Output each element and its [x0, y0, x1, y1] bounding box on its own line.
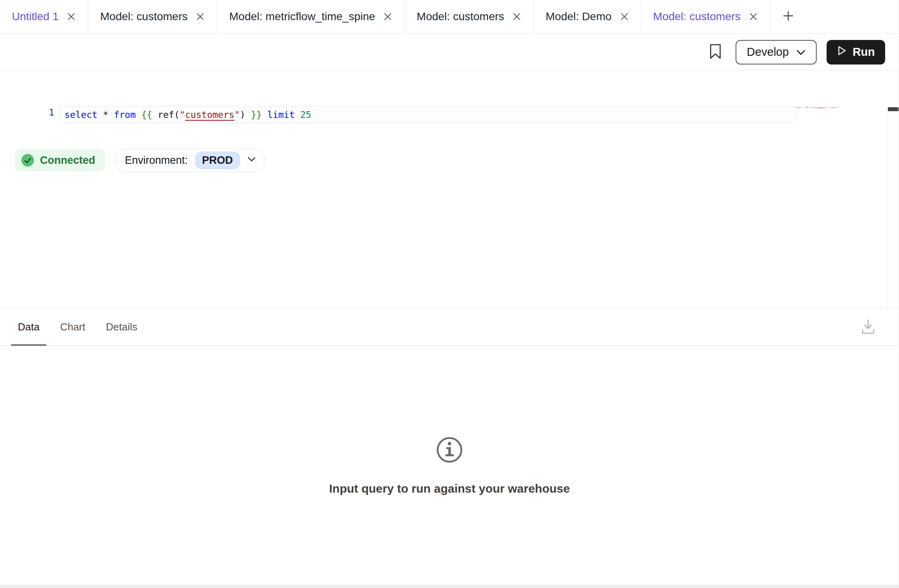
code-token: 25: [836, 106, 838, 108]
code-token: ": [180, 110, 185, 120]
panel-tab-details[interactable]: Details: [99, 308, 144, 345]
panel-tab-data[interactable]: Data: [11, 308, 46, 345]
info-icon: [436, 436, 463, 465]
download-button[interactable]: [860, 318, 876, 338]
tab-model-customers[interactable]: Model: customers: [88, 0, 217, 33]
code-token: [152, 110, 158, 120]
tab-model-customers[interactable]: Model: customers: [405, 0, 534, 33]
plus-icon: [782, 10, 794, 23]
bottom-edge: [0, 585, 899, 588]
close-icon[interactable]: [512, 12, 522, 21]
develop-button-label: Develop: [747, 46, 789, 59]
tab-label: Untitled 1: [12, 10, 59, 23]
tab-label: Model: metricflow_time_spine: [229, 10, 375, 23]
run-button[interactable]: Run: [827, 40, 885, 64]
check-icon: [21, 154, 34, 167]
code-token: ref: [157, 110, 174, 120]
run-button-label: Run: [853, 46, 875, 59]
minimap-code: select * from {{ ref("customers") }} lim…: [796, 106, 804, 108]
code-token: ref: [812, 106, 815, 108]
tab-bar: Untitled 1Model: customersModel: metricf…: [0, 0, 899, 34]
line-number: 1: [24, 107, 54, 118]
code-token: *: [103, 110, 108, 120]
results-empty-state: Input query to run against your warehous…: [0, 346, 899, 585]
close-icon[interactable]: [620, 12, 629, 21]
code-line[interactable]: select * from {{ ref("customers") }} lim…: [64, 107, 311, 122]
code-token: customers: [817, 106, 825, 108]
code-token: (: [174, 110, 180, 120]
environment-value-badge: PROD: [195, 152, 240, 169]
code-token: 25: [300, 110, 311, 120]
sql-editor[interactable]: Connected Environment: PROD 1 select * f…: [0, 71, 899, 308]
environment-selector[interactable]: Environment: PROD: [115, 148, 265, 172]
code-token: [97, 110, 103, 120]
play-icon: [837, 45, 847, 59]
page-scrollbar-track: [898, 0, 898, 585]
code-token: customers: [185, 110, 235, 120]
close-icon[interactable]: [195, 12, 205, 21]
tab-untitled-1[interactable]: Untitled 1: [0, 0, 88, 33]
close-icon[interactable]: [66, 12, 76, 21]
bookmark-icon: [709, 44, 721, 61]
code-token: select: [796, 106, 802, 108]
scrollbar-thumb[interactable]: [888, 107, 899, 111]
code-token: }}: [251, 110, 262, 120]
close-icon[interactable]: [749, 12, 758, 21]
open-tabs: Untitled 1Model: customersModel: metricf…: [0, 0, 770, 33]
environment-label: Environment:: [125, 154, 188, 167]
develop-button[interactable]: Develop: [736, 40, 816, 64]
chevron-down-icon: [247, 157, 256, 164]
connection-status-label: Connected: [40, 154, 95, 167]
new-tab-button[interactable]: [770, 0, 806, 33]
chevron-down-icon: [796, 46, 806, 59]
code-token: limit: [267, 110, 295, 120]
code-token: ): [240, 110, 245, 120]
code-token: from: [804, 106, 808, 108]
bookmark-button[interactable]: [709, 44, 721, 61]
code-token: select: [64, 110, 97, 120]
status-row: Connected Environment: PROD: [15, 148, 265, 172]
code-token: ": [234, 110, 240, 120]
code-token: from: [114, 110, 136, 120]
tab-model-customers[interactable]: Model: customers: [641, 0, 770, 33]
tab-label: Model: Demo: [546, 10, 612, 23]
editor-minimap[interactable]: select * from {{ ref("customers") }} lim…: [796, 106, 840, 114]
tab-model-demo[interactable]: Model: Demo: [534, 0, 641, 33]
empty-state-message: Input query to run against your warehous…: [329, 482, 570, 495]
panel-tab-chart[interactable]: Chart: [53, 308, 92, 345]
code-token: [245, 110, 251, 120]
editor-scrollbar[interactable]: [888, 107, 899, 308]
results-tab-list: DataChartDetails: [11, 308, 151, 345]
code-token: [295, 110, 300, 120]
connection-status-badge: Connected: [15, 149, 105, 171]
code-token: {{: [141, 110, 152, 120]
code-token: [262, 110, 267, 120]
tab-model-metricflow-time-spine[interactable]: Model: metricflow_time_spine: [217, 0, 405, 33]
close-icon[interactable]: [383, 12, 393, 21]
tab-label: Model: customers: [653, 10, 741, 23]
code-token: [108, 110, 114, 120]
code-token: [136, 110, 141, 120]
tab-label: Model: customers: [100, 10, 188, 23]
code-token: limit: [831, 106, 835, 108]
results-panel-tabs: DataChartDetails: [0, 308, 899, 346]
tab-label: Model: customers: [417, 10, 504, 23]
toolbar: Develop Run: [0, 34, 899, 70]
download-icon: [860, 330, 876, 337]
